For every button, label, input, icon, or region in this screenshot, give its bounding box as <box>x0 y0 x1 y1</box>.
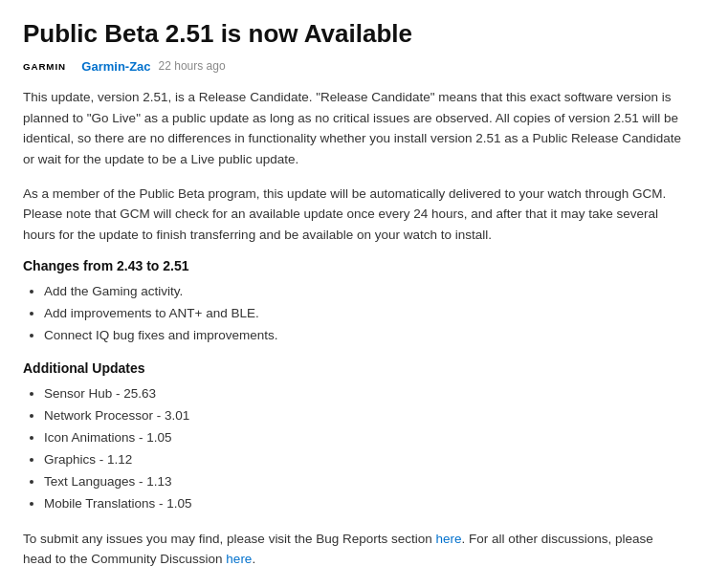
additional-section-title: Additional Updates <box>23 360 683 376</box>
list-item: Mobile Translations - 1.05 <box>44 493 683 515</box>
list-item: Graphics - 1.12 <box>44 449 683 471</box>
bug-reports-link[interactable]: here <box>435 532 461 546</box>
list-item: Add improvements to ANT+ and BLE. <box>44 303 683 325</box>
changes-section-title: Changes from 2.43 to 2.51 <box>23 258 683 273</box>
svg-text:GARMIN: GARMIN <box>23 62 66 73</box>
page-title: Public Beta 2.51 is now Available <box>23 19 683 49</box>
footer-text-after: . <box>252 552 255 566</box>
intro-paragraph: This update, version 2.51, is a Release … <box>23 87 683 169</box>
author-name[interactable]: Garmin-Zac <box>81 59 150 74</box>
list-item: Network Processor - 3.01 <box>44 405 683 427</box>
garmin-logo: GARMIN <box>23 58 74 74</box>
list-item: Sensor Hub - 25.63 <box>44 383 683 405</box>
footer-paragraph: To submit any issues you may find, pleas… <box>23 529 683 570</box>
additional-updates-list: Sensor Hub - 25.63 Network Processor - 3… <box>44 383 683 515</box>
changes-list: Add the Gaming activity. Add improvement… <box>44 281 683 347</box>
author-row: GARMIN Garmin-Zac 22 hours ago <box>23 58 683 74</box>
community-discussion-link[interactable]: here <box>226 552 252 566</box>
list-item: Connect IQ bug fixes and improvements. <box>44 325 683 347</box>
list-item: Icon Animations - 1.05 <box>44 427 683 449</box>
list-item: Text Languages - 1.13 <box>44 471 683 493</box>
gcm-paragraph: As a member of the Public Beta program, … <box>23 184 683 246</box>
garmin-logo-svg: GARMIN <box>23 58 74 74</box>
post-timestamp: 22 hours ago <box>159 59 226 73</box>
footer-text-before-link1: To submit any issues you may find, pleas… <box>23 532 435 546</box>
list-item: Add the Gaming activity. <box>44 281 683 303</box>
